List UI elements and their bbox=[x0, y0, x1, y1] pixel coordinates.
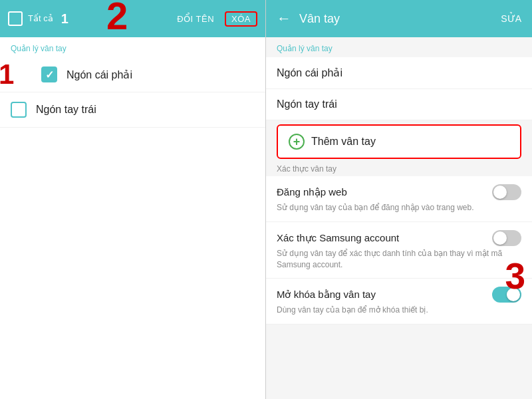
right-panel: ← Vân tay SỬA Quản lý vân tay Ngón cái p… bbox=[266, 0, 532, 399]
left-header-actions: ĐỔI TÊN XÓA bbox=[177, 11, 257, 27]
verify-item-unlock-row: Mở khóa bằng vân tay bbox=[277, 287, 521, 303]
verify-unlock-desc: Dùng vân tay của bạn để mở khóa thiết bị… bbox=[277, 305, 521, 316]
back-button[interactable]: ← bbox=[277, 10, 291, 27]
left-header-wrapper: Tất cả 1 ĐỔI TÊN XÓA 2 bbox=[0, 0, 265, 37]
right-title: Vân tay bbox=[299, 12, 493, 26]
toggle-unlock[interactable] bbox=[492, 287, 521, 303]
right-fingerprint-item-1[interactable]: Ngón cái phải bbox=[266, 57, 532, 89]
annotation-1: 1 bbox=[0, 59, 14, 90]
verify-item-web: Đăng nhập web Sử dụng vân tay của bạn để… bbox=[266, 176, 532, 222]
doi-ten-button[interactable]: ĐỔI TÊN bbox=[177, 14, 214, 24]
fingerprint-item-2[interactable]: Ngón tay trái bbox=[0, 92, 265, 128]
verify-samsung-desc: Sử dụng vân tay để xác thực danh tính củ… bbox=[277, 248, 521, 271]
verify-item-samsung-row: Xác thực Samsung account bbox=[277, 230, 521, 246]
item-label-1: Ngón cái phải bbox=[66, 68, 132, 81]
toggle-web-knob bbox=[493, 186, 507, 199]
tat-ca-label: Tất cả bbox=[28, 13, 53, 24]
verify-item-unlock: Mở khóa bằng vân tay Dùng vân tay của bạ… bbox=[266, 279, 532, 325]
verify-web-title: Đăng nhập web bbox=[277, 186, 347, 198]
right-item-text-2: Ngón tay trái bbox=[277, 98, 521, 110]
verify-samsung-title: Xác thực Samsung account bbox=[277, 232, 399, 244]
toggle-web[interactable] bbox=[492, 184, 521, 200]
right-content: Quản lý vân tay Ngón cái phải Ngón tay t… bbox=[266, 37, 532, 399]
verify-section-label: Xác thực vân tay bbox=[266, 159, 532, 176]
item-checkbox-1[interactable] bbox=[41, 66, 57, 82]
right-item-text-1: Ngón cái phải bbox=[277, 66, 521, 79]
fingerprint-item-1[interactable]: 1 Ngón cái phải bbox=[0, 57, 265, 92]
toggle-unlock-knob bbox=[507, 288, 520, 301]
item-label-2: Ngón tay trái bbox=[36, 104, 96, 116]
sua-button[interactable]: SỬA bbox=[501, 13, 521, 24]
item-checkbox-2[interactable] bbox=[11, 102, 27, 118]
verify-item-samsung: Xác thực Samsung account Sử dụng vân tay… bbox=[266, 222, 532, 279]
toggle-samsung[interactable] bbox=[492, 230, 521, 246]
verify-unlock-title: Mở khóa bằng vân tay bbox=[277, 289, 376, 301]
left-panel: Tất cả 1 ĐỔI TÊN XÓA 2 Quản lý vân tay 1… bbox=[0, 0, 266, 399]
xoa-button[interactable]: XÓA bbox=[225, 11, 257, 27]
verify-web-desc: Sử dụng vân tay của bạn để đăng nhập vào… bbox=[277, 202, 521, 213]
verify-item-web-row: Đăng nhập web bbox=[277, 184, 521, 200]
count-badge: 1 bbox=[61, 11, 68, 27]
right-fingerprint-item-2[interactable]: Ngón tay trái bbox=[266, 89, 532, 120]
add-fingerprint-button[interactable]: + Thêm vân tay bbox=[277, 124, 521, 159]
add-label: Thêm vân tay bbox=[311, 136, 376, 148]
toggle-samsung-knob bbox=[493, 231, 507, 245]
left-header: Tất cả 1 ĐỔI TÊN XÓA bbox=[0, 0, 265, 37]
right-header: ← Vân tay SỬA bbox=[266, 0, 532, 37]
left-section-label: Quản lý vân tay bbox=[0, 37, 265, 57]
left-header-left: Tất cả 1 bbox=[8, 11, 68, 27]
fingerprint-list: 1 Ngón cái phải Ngón tay trái bbox=[0, 57, 265, 128]
right-section-label: Quản lý vân tay bbox=[266, 37, 532, 57]
add-icon: + bbox=[289, 134, 305, 150]
select-all-checkbox[interactable] bbox=[8, 11, 23, 26]
